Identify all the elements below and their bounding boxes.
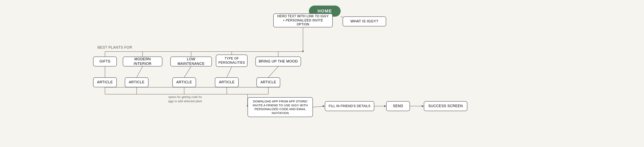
type-personalities-node: TYPE OF PERSONALITIES — [216, 55, 248, 67]
what-is-iggy-node: WHAT IS IGGY? — [342, 17, 386, 26]
article2-node: ARTICLE — [125, 77, 148, 87]
low-maintenance-node: LOW MAINTENANCE — [170, 57, 212, 66]
article5-node: ARTICLE — [256, 77, 280, 87]
option-text-annotation: option for getting code for iggy to add … — [168, 91, 204, 107]
success-screen-node: SUCCESS SCREEN — [424, 101, 467, 111]
article3-node: ARTICLE — [172, 77, 196, 87]
svg-line-10 — [137, 66, 142, 77]
hero-text-node: HERO TEXT WITH LINK TO IGGY + PERSONALIZ… — [273, 14, 333, 27]
svg-marker-30 — [384, 105, 386, 107]
modern-interior-node: MODERN INTERIOR — [123, 57, 162, 66]
download-app-node: DOWNLOAD APP FROM APP STORE/ INVITE A FR… — [248, 97, 313, 117]
svg-marker-33 — [302, 51, 304, 53]
svg-line-13 — [268, 66, 278, 77]
svg-line-11 — [184, 66, 191, 77]
svg-marker-28 — [323, 105, 325, 107]
bring-up-mood-node: BRING UP THE MOOD — [256, 57, 301, 66]
article4-node: ARTICLE — [215, 77, 239, 87]
best-plants-label: BEST PLANTS FOR — [95, 45, 135, 51]
svg-marker-32 — [422, 105, 424, 107]
diagram-container: HOME HERO TEXT WITH LINK TO IGGY + PERSO… — [0, 0, 644, 147]
fill-details-node: FILL IN FRIEND'S DETAILS — [325, 101, 374, 111]
send-node: SEND — [386, 101, 410, 111]
svg-line-27 — [313, 106, 325, 107]
svg-line-12 — [227, 67, 232, 77]
gifts-node: GIFTS — [93, 57, 117, 66]
article1-node: ARTICLE — [93, 77, 117, 87]
